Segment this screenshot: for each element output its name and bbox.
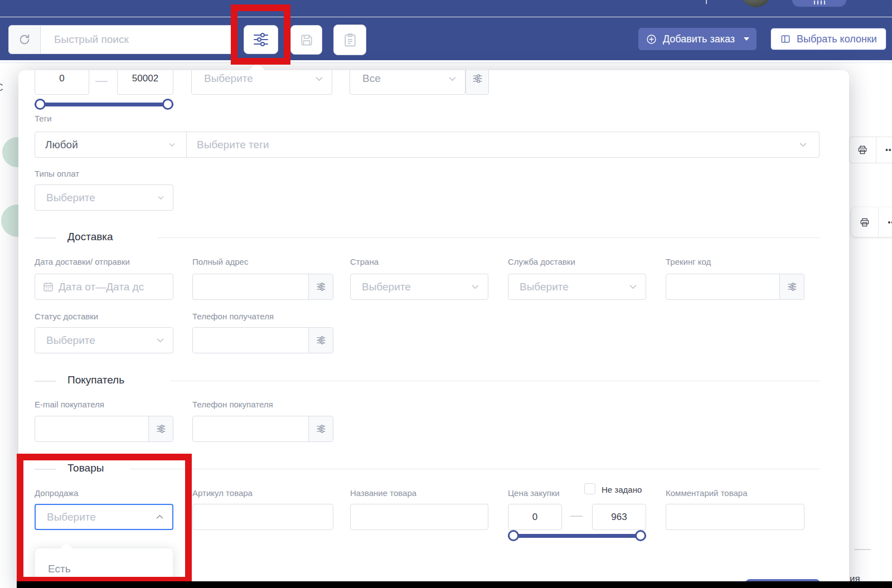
chevron-down-icon <box>798 140 808 149</box>
refresh-button[interactable] <box>8 25 41 54</box>
price-to-input[interactable] <box>593 512 646 523</box>
buyer-email-settings-button[interactable] <box>148 416 173 441</box>
sum-from-field[interactable] <box>35 70 89 95</box>
price-range-slider[interactable] <box>508 528 646 544</box>
range-dash: — <box>95 74 108 88</box>
address-input[interactable] <box>202 281 308 293</box>
notification-icon[interactable] <box>706 0 707 4</box>
slider-track[interactable] <box>508 534 646 538</box>
screen: С ••• ••• ия Добавить заказ <box>0 0 892 588</box>
print-button[interactable] <box>851 207 879 237</box>
sum-from-input[interactable] <box>35 73 89 84</box>
sku-input[interactable] <box>202 511 333 523</box>
delivery-status-label: Статус доставки <box>35 312 98 321</box>
row-actions: ••• <box>851 207 892 237</box>
chevron-down-icon <box>448 74 457 84</box>
delivery-date-field[interactable]: Дата от—Дата дс <box>35 274 173 300</box>
quick-search-field[interactable] <box>40 25 234 54</box>
tags-mode-select[interactable]: Любой <box>35 132 187 157</box>
more-actions-button[interactable]: ••• <box>876 137 892 163</box>
purchase-price-label: Цена закупки <box>508 488 560 498</box>
delivery-service-select[interactable]: Выберите <box>508 274 646 300</box>
buyer-phone-input[interactable] <box>202 423 308 435</box>
columns-icon <box>780 33 791 45</box>
country-select[interactable]: Выберите <box>350 274 488 300</box>
all-select-settings-button[interactable] <box>466 70 489 95</box>
toolbar-divider <box>0 62 892 63</box>
product-comment-label: Комментарий товара <box>666 488 748 498</box>
section-line <box>130 469 820 469</box>
clipped-button-text <box>814 1 815 4</box>
tags-input[interactable]: Выберите теги <box>187 132 819 157</box>
chevron-down-icon <box>628 282 638 291</box>
more-actions-button[interactable]: ••• <box>879 207 892 237</box>
tracking-settings-button[interactable] <box>779 274 804 299</box>
annotation-box-filter-button <box>231 4 290 65</box>
divider-dash <box>854 549 871 550</box>
delivery-status-select[interactable]: Выберите <box>35 327 173 353</box>
slider-handle-right[interactable] <box>635 530 646 541</box>
address-field[interactable] <box>192 274 333 300</box>
add-order-button[interactable]: Добавить заказ <box>638 28 757 50</box>
calendar-icon <box>42 281 54 293</box>
clipboard-icon <box>342 32 358 48</box>
price-to-field[interactable] <box>592 504 646 530</box>
navbar-divider <box>0 17 892 17</box>
slider-handle-right[interactable] <box>162 99 173 110</box>
choose-columns-button[interactable]: Выбрать колонки <box>770 28 886 50</box>
recipient-phone-settings-button[interactable] <box>308 328 333 353</box>
sum-to-input[interactable] <box>118 73 173 84</box>
buyer-email-label: E-mail покупателя <box>35 400 104 409</box>
sku-field[interactable] <box>192 504 333 530</box>
section-line <box>158 237 820 238</box>
chevron-down-icon <box>168 140 176 149</box>
country-label: Страна <box>350 257 379 266</box>
print-button[interactable] <box>849 137 876 163</box>
chevron-down-icon <box>471 282 480 291</box>
tags-label: Теги <box>35 114 52 123</box>
product-name-input[interactable] <box>360 511 488 523</box>
mini-sliders-icon <box>473 74 482 83</box>
tracking-input[interactable] <box>675 281 779 293</box>
product-comment-input[interactable] <box>675 511 804 523</box>
buyer-phone-settings-button[interactable] <box>308 416 333 441</box>
price-from-field[interactable] <box>508 504 562 530</box>
status-select[interactable]: Выберите <box>191 70 332 95</box>
payment-types-select[interactable]: Выберите <box>35 184 173 211</box>
sum-to-field[interactable] <box>117 70 173 95</box>
buyer-phone-field[interactable] <box>192 416 333 442</box>
plus-circle-icon <box>646 33 657 45</box>
choose-columns-label: Выбрать колонки <box>797 33 877 45</box>
printer-icon <box>857 144 868 155</box>
saved-filters-button[interactable] <box>333 25 366 55</box>
refresh-icon <box>18 33 31 46</box>
buyer-email-field[interactable] <box>35 416 173 442</box>
row-actions: ••• <box>849 137 892 163</box>
product-comment-field[interactable] <box>666 504 804 530</box>
slider-handle-left[interactable] <box>35 99 46 110</box>
tracking-field[interactable] <box>666 274 804 300</box>
annotation-box-products <box>17 454 192 584</box>
not-set-checkbox[interactable] <box>584 483 595 494</box>
all-select[interactable]: Все <box>350 70 466 95</box>
recipient-phone-input[interactable] <box>202 334 308 347</box>
address-label: Полный адрес <box>192 257 248 266</box>
sum-range-slider[interactable] <box>35 97 173 113</box>
buyer-email-input[interactable] <box>44 423 148 435</box>
add-order-label: Добавить заказ <box>663 33 735 45</box>
delivery-service-label: Служба доставки <box>508 257 575 266</box>
floppy-save-icon <box>299 33 314 47</box>
search-input[interactable] <box>54 33 234 46</box>
chevron-down-icon <box>314 74 324 84</box>
slider-handle-left[interactable] <box>508 530 519 541</box>
tracking-label: Трекинг код <box>666 257 711 266</box>
address-settings-button[interactable] <box>308 274 333 299</box>
topbar-button[interactable] <box>792 0 846 7</box>
caret-down-icon[interactable] <box>744 37 749 41</box>
slider-track[interactable] <box>35 103 173 106</box>
price-from-input[interactable] <box>508 512 561 523</box>
save-filter-button[interactable] <box>290 25 322 55</box>
recipient-phone-field[interactable] <box>192 327 333 353</box>
product-name-field[interactable] <box>350 504 488 530</box>
chevron-down-icon <box>156 336 165 345</box>
